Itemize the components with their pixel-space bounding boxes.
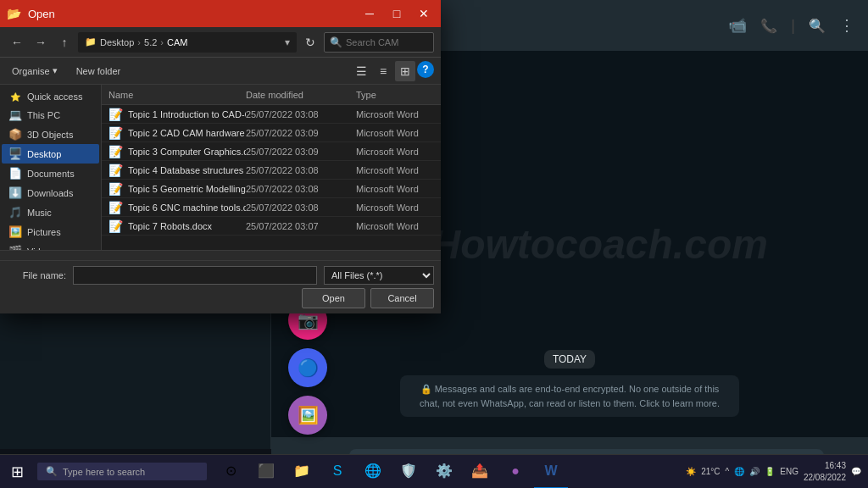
filetype-select[interactable]: All Files (*.*) [324, 266, 434, 285]
taskbar-app-browser[interactable]: 🌐 [356, 455, 390, 489]
view-details-icon[interactable]: ≡ [373, 61, 393, 81]
battery-icon: 🔋 [765, 467, 775, 476]
nav-quick-access-label: Quick access [27, 92, 82, 102]
taskbar: ⊞ 🔍 Type here to search ⊙ ⬛ 📁 S 🌐 🛡️ ⚙️ … [0, 454, 868, 488]
taskbar-app-settings[interactable]: ⚙️ [427, 455, 461, 489]
today-label: TODAY [544, 350, 595, 369]
file-date-cell: 25/07/2022 03:08 [246, 109, 356, 119]
table-row[interactable]: 📝 Topic 7 Robots.docx 25/07/2022 03:07 M… [102, 217, 441, 236]
chevron-up-icon[interactable]: ^ [726, 467, 730, 476]
nav-quick-access[interactable]: ⭐ Quick access [2, 88, 99, 105]
taskbar-app-cortana[interactable]: ⊙ [214, 455, 248, 489]
table-row[interactable]: 📝 Topic 4 Database structures for graphi… [102, 161, 441, 180]
dialog-main: ⭐ Quick access 💻 This PC 📦 3D Objects 🖥️… [0, 85, 441, 250]
back-button[interactable]: ← [7, 32, 27, 53]
word-file-icon: 📝 [108, 182, 123, 196]
cancel-button[interactable]: Cancel [370, 288, 434, 308]
nav-desktop-label: Desktop [27, 149, 61, 159]
table-row[interactable]: 📝 Topic 6 CNC machine tools.docx 25/07/2… [102, 198, 441, 217]
breadcrumb-cam[interactable]: CAM [167, 37, 187, 47]
minimize-button[interactable]: ─ [359, 3, 380, 24]
breadcrumb-52[interactable]: 5.2 [144, 37, 157, 47]
open-button[interactable]: Open [302, 288, 365, 308]
search-icon: 🔍 [330, 36, 342, 48]
search-input[interactable] [346, 37, 422, 47]
menu-icon[interactable]: ⋮ [839, 16, 854, 35]
call-icon[interactable]: 📞 [760, 18, 777, 34]
taskbar-date-value: 22/08/2022 [804, 472, 846, 484]
table-row[interactable]: 📝 Topic 5 Geometric Modelling.docx 25/07… [102, 180, 441, 198]
video-call-icon[interactable]: 📹 [728, 16, 747, 35]
taskbar-clock[interactable]: 16:43 22/08/2022 [804, 460, 846, 484]
desktop-icon: 🖥️ [8, 147, 22, 160]
dialog-body: ← → ↑ 📁 Desktop › 5.2 › CAM ▾ ↻ 🔍 Organi… [0, 27, 441, 313]
new-folder-button[interactable]: New folder [70, 64, 128, 79]
organise-label: Organise [12, 66, 50, 76]
taskbar-app-purple[interactable]: ● [498, 455, 532, 489]
taskbar-app-taskview[interactable]: ⬛ [249, 455, 283, 489]
breadcrumb-desktop[interactable]: Desktop [100, 37, 134, 47]
column-name[interactable]: Name [102, 90, 246, 100]
nav-documents[interactable]: 📄 Documents [2, 164, 99, 183]
filename-input[interactable] [73, 266, 317, 285]
maximize-button[interactable]: □ [387, 3, 407, 24]
file-date-cell: 25/07/2022 03:08 [246, 202, 356, 213]
word-file-icon: 📝 [108, 164, 123, 177]
nav-3d-objects[interactable]: 📦 3D Objects [2, 125, 99, 144]
refresh-button[interactable]: ↻ [300, 32, 320, 53]
nav-downloads-label: Downloads [27, 188, 73, 198]
nav-music[interactable]: 🎵 Music [2, 202, 99, 222]
file-date-cell: 25/07/2022 03:08 [246, 165, 356, 175]
sidebar-navigation: ⭐ Quick access 💻 This PC 📦 3D Objects 🖥️… [0, 85, 102, 250]
up-button[interactable]: ↑ [54, 32, 75, 53]
taskbar-app-share[interactable]: 📤 [463, 455, 497, 489]
documents-icon: 📄 [8, 167, 22, 180]
sticker-fab-button[interactable]: 🔵 [288, 348, 327, 387]
breadcrumb-bar[interactable]: 📁 Desktop › 5.2 › CAM ▾ [78, 32, 297, 53]
filename-label: File name: [7, 270, 66, 280]
search-bar: 🔍 [324, 32, 434, 53]
nav-this-pc[interactable]: 💻 This PC [2, 105, 99, 125]
notification-icon[interactable]: 💬 [851, 467, 861, 476]
nav-documents-label: Documents [27, 169, 75, 179]
file-type-cell: Microsoft Word [356, 147, 441, 157]
organise-button[interactable]: Organise ▾ [7, 63, 63, 79]
column-date[interactable]: Date modified [246, 90, 356, 100]
nav-desktop[interactable]: 🖥️ Desktop [2, 144, 99, 164]
search-icon[interactable]: 🔍 [809, 18, 826, 34]
taskbar-app-word[interactable]: W [534, 455, 568, 489]
taskbar-apps: ⊙ ⬛ 📁 S 🌐 🛡️ ⚙️ 📤 ● W [214, 455, 568, 489]
view-list-icon[interactable]: ☰ [351, 61, 371, 81]
word-file-icon: 📝 [108, 219, 123, 233]
encrypted-message[interactable]: 🔒 Messages and calls are end-to-end encr… [400, 375, 739, 417]
breadcrumb-dropdown-button[interactable]: ▾ [285, 36, 290, 48]
nav-videos[interactable]: 🎬 Videos [2, 241, 99, 250]
pictures-icon: 🖼️ [8, 225, 22, 238]
folder-icon: 📁 [85, 36, 97, 47]
horizontal-scrollbar[interactable] [0, 250, 441, 260]
start-button[interactable]: ⊞ [0, 455, 34, 489]
column-type[interactable]: Type [356, 90, 441, 100]
organise-dropdown-icon: ▾ [53, 65, 58, 76]
nav-pictures[interactable]: 🖼️ Pictures [2, 222, 99, 241]
table-row[interactable]: 📝 Topic 3 Computer Graphics.docx 25/07/2… [102, 142, 441, 161]
help-button[interactable]: ? [417, 61, 434, 78]
file-type-cell: Microsoft Word [356, 221, 441, 231]
taskbar-app-skype[interactable]: S [320, 455, 354, 489]
file-type-cell: Microsoft Word [356, 109, 441, 119]
nav-music-label: Music [27, 208, 52, 218]
taskbar-app-explorer[interactable]: 📁 [285, 455, 319, 489]
file-type-cell: Microsoft Word [356, 128, 441, 138]
file-list-header: Name Date modified Type [102, 85, 441, 105]
taskbar-search-bar[interactable]: 🔍 Type here to search [37, 463, 207, 480]
file-type-cell: Microsoft Word [356, 165, 441, 175]
gallery-fab-button[interactable]: 🖼️ [288, 396, 327, 435]
view-large-icons-icon[interactable]: ⊞ [395, 61, 415, 81]
taskbar-right: ☀️ 21°C ^ 🌐 🔊 🔋 ENG 16:43 22/08/2022 💬 [686, 460, 868, 484]
close-button[interactable]: ✕ [414, 3, 434, 24]
taskbar-app-shield[interactable]: 🛡️ [392, 455, 426, 489]
forward-button[interactable]: → [31, 32, 51, 53]
table-row[interactable]: 📝 Topic 1 Introduction to CAD-CAM.docx 2… [102, 105, 441, 124]
nav-downloads[interactable]: ⬇️ Downloads [2, 183, 99, 202]
table-row[interactable]: 📝 Topic 2 CAD CAM hardware and software.… [102, 124, 441, 142]
